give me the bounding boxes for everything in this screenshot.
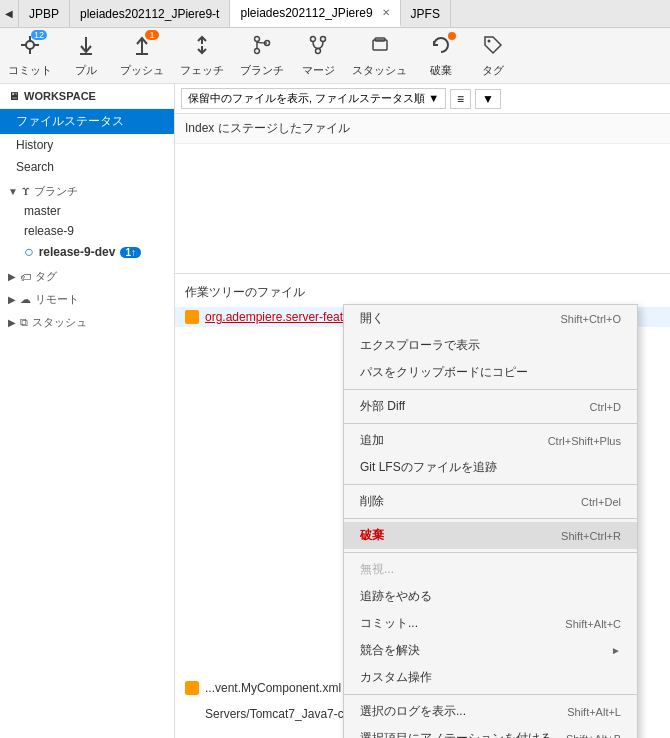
context-menu-discard[interactable]: 破棄 Shift+Ctrl+R [344, 522, 637, 549]
context-menu-add[interactable]: 追加 Ctrl+Shift+Plus [344, 427, 637, 454]
stop-tracking-label: 追跡をやめる [360, 588, 432, 605]
filter-extra-button[interactable]: ▼ [475, 89, 501, 109]
search-label: Search [16, 160, 54, 174]
sep-4 [344, 518, 637, 519]
context-menu-show-log[interactable]: 選択のログを表示... Shift+Alt+L [344, 698, 637, 725]
fetch-button[interactable]: フェッチ [180, 34, 224, 78]
pull-icon [75, 34, 97, 61]
merge-label: マージ [302, 63, 335, 78]
delete-label: 削除 [360, 493, 384, 510]
remote-icon: ☁ [20, 293, 31, 306]
context-menu-diff[interactable]: 外部 Diff Ctrl+D [344, 393, 637, 420]
filter-dropdown[interactable]: 保留中のファイルを表示, ファイルステータス順 ▼ [181, 88, 446, 109]
file-status-label: ファイルステータス [16, 114, 124, 128]
file-icon-0 [185, 310, 199, 324]
sidebar-branch-master[interactable]: master [0, 201, 174, 221]
chevron-down-icon: ▼ [8, 186, 18, 197]
custom-label: カスタム操作 [360, 669, 432, 686]
show-log-label: 選択のログを表示... [360, 703, 466, 720]
stash-button[interactable]: スタッシュ [352, 34, 407, 78]
filter-bar: 保留中のファイルを表示, ファイルステータス順 ▼ ≡ ▼ [175, 84, 670, 114]
workspace-label: WORKSPACE [24, 90, 96, 102]
tab-pleiades1[interactable]: pleiades202112_JPiere9-t [70, 0, 230, 27]
tab-jpbp[interactable]: JPBP [19, 0, 70, 27]
context-menu-copy-path[interactable]: パスをクリップボードにコピー [344, 359, 637, 386]
sidebar-section-stash[interactable]: ▶ ⧉ スタッシュ [0, 309, 174, 332]
sep-6 [344, 694, 637, 695]
stash-icon [369, 34, 391, 61]
sidebar-section-remote[interactable]: ▶ ☁ リモート [0, 286, 174, 309]
sep-2 [344, 423, 637, 424]
tag-icon [482, 34, 504, 61]
branch-icon [251, 34, 273, 61]
monitor-icon: 🖥 [8, 90, 19, 102]
context-menu-delete[interactable]: 削除 Ctrl+Del [344, 488, 637, 515]
show-log-shortcut: Shift+Alt+L [567, 706, 621, 718]
sidebar-branch-release9dev[interactable]: ○ release-9-dev 1↑ [0, 241, 174, 263]
copy-path-label: パスをクリップボードにコピー [360, 364, 528, 381]
tab-left-arrow[interactable]: ◀ [0, 0, 19, 27]
context-menu-custom[interactable]: カスタム操作 [344, 664, 637, 691]
context-menu-annotate[interactable]: 選択項目にアノテーションを付ける Shift+Alt+B [344, 725, 637, 738]
annotate-shortcut: Shift+Alt+B [566, 733, 621, 739]
remote-label: リモート [35, 292, 79, 307]
git-lfs-label: Git LFSのファイルを追跡 [360, 459, 497, 476]
context-menu-explorer[interactable]: エクスプローラで表示 [344, 332, 637, 359]
svg-point-17 [316, 48, 321, 53]
svg-point-12 [255, 48, 260, 53]
active-branch-dot: ○ [24, 244, 34, 260]
context-menu-stop-tracking[interactable]: 追跡をやめる [344, 583, 637, 610]
pull-button[interactable]: プル [68, 34, 104, 78]
resolve-arrow-icon: ► [611, 645, 621, 656]
branch-section-icon: 𝚼 [22, 185, 30, 198]
sidebar-section-tags[interactable]: ▶ 🏷 タグ [0, 263, 174, 286]
tab-pleiades1-label: pleiades202112_JPiere9-t [80, 7, 219, 21]
sidebar-branch-release9[interactable]: release-9 [0, 221, 174, 241]
diff-shortcut: Ctrl+D [590, 401, 621, 413]
context-menu-commit[interactable]: コミット... Shift+Alt+C [344, 610, 637, 637]
file-icon-2-placeholder [185, 707, 199, 721]
sep-5 [344, 552, 637, 553]
discard-label: 破棄 [430, 63, 452, 78]
explorer-label: エクスプローラで表示 [360, 337, 480, 354]
resolve-label: 競合を解決 [360, 642, 420, 659]
commit-button[interactable]: 12 コミット [8, 34, 52, 78]
context-menu-git-lfs[interactable]: Git LFSのファイルを追跡 [344, 454, 637, 481]
open-label: 開く [360, 310, 384, 327]
fetch-label: フェッチ [180, 63, 224, 78]
sidebar-item-history[interactable]: History [0, 134, 174, 156]
merge-icon [307, 34, 329, 61]
svg-point-16 [321, 36, 326, 41]
pull-label: プル [75, 63, 97, 78]
sidebar-item-file-status[interactable]: ファイルステータス [0, 109, 174, 134]
tab-jpbp-label: JPBP [29, 7, 59, 21]
commit-menu-shortcut: Shift+Alt+C [565, 618, 621, 630]
context-menu-ignore: 無視... [344, 556, 637, 583]
branch-badge: 1↑ [120, 247, 141, 258]
context-menu-open[interactable]: 開く Shift+Ctrl+O [344, 305, 637, 332]
discard-button[interactable]: 破棄 [423, 34, 459, 78]
sidebar-section-branch[interactable]: ▼ 𝚼 ブランチ [0, 178, 174, 201]
tab-pleiades2[interactable]: pleiades202112_JPiere9 ✕ [230, 0, 400, 27]
push-label: プッシュ [120, 63, 164, 78]
chevron-right-remote-icon: ▶ [8, 294, 16, 305]
svg-point-15 [311, 36, 316, 41]
tab-bar: ◀ JPBP pleiades202112_JPiere9-t pleiades… [0, 0, 670, 28]
tab-jpfs[interactable]: JPFS [401, 0, 451, 27]
chevron-right-stash-icon: ▶ [8, 317, 16, 328]
discard-menu-shortcut: Shift+Ctrl+R [561, 530, 621, 542]
push-button[interactable]: 1 プッシュ [120, 34, 164, 78]
tab-pleiades2-close[interactable]: ✕ [382, 7, 390, 18]
discard-icon [430, 34, 452, 61]
commit-label: コミット [8, 63, 52, 78]
sep-3 [344, 484, 637, 485]
svg-point-0 [26, 41, 34, 49]
filter-list-icon-button[interactable]: ≡ [450, 89, 471, 109]
context-menu: 開く Shift+Ctrl+O エクスプローラで表示 パスをクリップボードにコピ… [343, 304, 638, 738]
tag-button[interactable]: タグ [475, 34, 511, 78]
sidebar-item-search[interactable]: Search [0, 156, 174, 178]
branch-button[interactable]: ブランチ [240, 34, 284, 78]
merge-button[interactable]: マージ [300, 34, 336, 78]
commit-icon: 12 [19, 34, 41, 61]
context-menu-resolve[interactable]: 競合を解決 ► [344, 637, 637, 664]
